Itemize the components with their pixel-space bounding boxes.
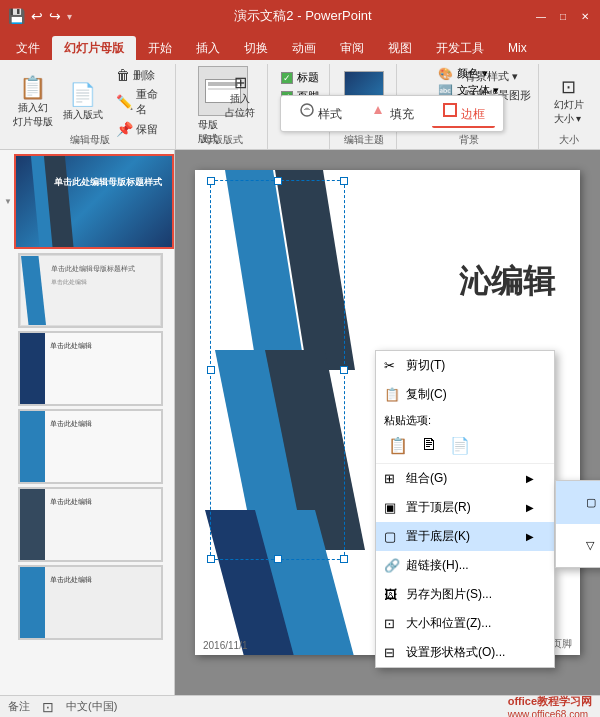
notes-button[interactable]: 备注 [8,699,30,714]
tab-file[interactable]: 文件 [4,36,52,60]
menu-send-back-label: 置于底层(K) [406,528,470,545]
save-icon[interactable]: 💾 [8,8,25,24]
main-area: ▼ 单击此处编辑母版标题样式 单击此处编辑母版标题样式 单击此处编辑 [0,150,600,695]
slide-size-button[interactable]: ⊡ 幻灯片大小 ▾ [550,73,588,129]
slide-thumb-1[interactable]: 单击此处编辑母版标题样式 [14,154,174,249]
thumb3-shape [20,333,45,404]
ribbon-group-edit-master: 📋 插入幻灯片母版 📄 插入版式 🗑 删除 ✏️ 重命名 📌 保留 [4,64,176,149]
redo-icon[interactable]: ↪ [49,8,61,24]
bring-front-icon: ▣ [384,500,400,516]
cut-icon: ✂ [384,358,400,374]
size-content: ⊡ 幻灯片大小 ▾ [550,66,588,135]
menu-send-back[interactable]: ▢ 置于底层(K) ▶ [376,522,554,551]
handle-tl[interactable] [207,177,215,185]
handle-tr[interactable] [340,177,348,185]
edit-theme-label: 编辑主题 [344,133,384,147]
handle-bm[interactable] [274,555,282,563]
minimize-button[interactable]: — [534,9,548,23]
slide-thumb-4[interactable]: 单击此处编辑 [18,409,163,484]
paste-btn-1[interactable]: 📋 [384,431,412,459]
paste-btn-3[interactable]: 📄 [446,431,474,459]
maximize-button[interactable]: □ [556,9,570,23]
title-checkbox[interactable]: ✓ 标题 [281,70,319,85]
title-bar-left: 💾 ↩ ↪ ▾ [8,8,72,24]
title-bar: 💾 ↩ ↪ ▾ 演示文稿2 - PowerPoint — □ ✕ [0,0,600,32]
ribbon-group-master-layout: 母版版式 ⊞ 插入占位符 母版版式 [178,64,268,149]
menu-format-shape-label: 设置形状格式(O)... [406,644,505,661]
status-bar: 备注 ⊡ 中文(中国) office教程学习网 www.office68.com [0,695,600,717]
insert-placeholder-button[interactable]: ⊞ 插入占位符 [221,70,259,123]
sub-menu-send-back-one[interactable]: ▽ 下移一层(B) [556,524,600,567]
delete-button[interactable]: 🗑 删除 [113,66,169,84]
editing-area: 沁编辑 2016/11/1 页脚 ✂ 剪切(T) [175,150,600,695]
edit-master-buttons: 📋 插入幻灯片母版 📄 插入版式 🗑 删除 ✏️ 重命名 📌 保留 [10,66,169,138]
handle-br[interactable] [340,555,348,563]
tab-transition[interactable]: 切换 [232,36,280,60]
insert-slide-master-button[interactable]: 📋 插入幻灯片母版 [10,72,56,132]
view-toggle[interactable]: ⊡ [42,699,54,715]
tab-review[interactable]: 审阅 [328,36,376,60]
slide-thumb-3[interactable]: 单击此处编辑 [18,331,163,406]
undo-icon[interactable]: ↩ [31,8,43,24]
sub-slides-group: 单击此处编辑母版标题样式 单击此处编辑 单击此处编辑 单击此处编辑 [18,253,170,643]
status-left: 备注 ⊡ 中文(中国) [8,699,117,715]
menu-format-shape[interactable]: ⊟ 设置形状格式(O)... [376,638,554,667]
slide-size-icon: ⊡ [561,76,576,98]
sub-menu-send-back-all[interactable]: ▢ 置于底层(K) [556,481,600,524]
thumb3-text: 单击此处编辑 [50,341,157,351]
paste-btn-2[interactable]: 🖹 [415,431,443,459]
slide-thumb-content-6: 单击此处编辑 [20,567,161,638]
slide-panel[interactable]: ▼ 单击此处编辑母版标题样式 单击此处编辑母版标题样式 单击此处编辑 [0,150,175,695]
menu-cut-label: 剪切(T) [406,357,445,374]
preserve-button[interactable]: 📌 保留 [113,120,169,138]
tab-mix[interactable]: Mix [496,36,539,60]
menu-bring-front[interactable]: ▣ 置于顶层(R) ▶ [376,493,554,522]
handle-ml[interactable] [207,366,215,374]
expand-icon-1[interactable]: ▼ [4,154,12,249]
slide-thumb-content-3: 单击此处编辑 [20,333,161,404]
size-position-icon: ⊡ [384,616,400,632]
menu-hyperlink[interactable]: 🔗 超链接(H)... [376,551,554,580]
tab-view[interactable]: 视图 [376,36,424,60]
menu-cut[interactable]: ✂ 剪切(T) [376,351,554,380]
insert-ph-icon: ⊞ [234,73,247,92]
close-button[interactable]: ✕ [578,9,592,23]
paste-label: 粘贴选项: [384,413,546,428]
menu-group[interactable]: ⊞ 组合(G) ▶ [376,464,554,493]
tab-animation[interactable]: 动画 [280,36,328,60]
border-icon [442,102,458,118]
tab-insert[interactable]: 插入 [184,36,232,60]
handle-mr[interactable] [340,366,348,374]
bg-style-button[interactable]: 背景样式 ▾ [462,68,534,85]
fill-format-button[interactable]: 填充 [360,99,423,128]
slide-thumb-5[interactable]: 单击此处编辑 [18,487,163,562]
fill-icon [370,102,386,118]
menu-size-position[interactable]: ⊡ 大小和位置(Z)... [376,609,554,638]
window-title: 演示文稿2 - PowerPoint [72,7,534,25]
rename-button[interactable]: ✏️ 重命名 [113,86,169,118]
tab-developer[interactable]: 开发工具 [424,36,496,60]
style-format-button[interactable]: 样式 [289,99,352,128]
format-toolbar: 样式 填充 边框 [280,95,504,132]
website-url: www.office68.com [508,709,592,718]
tab-slide-master[interactable]: 幻灯片母版 [52,36,136,60]
slide-thumb-6[interactable]: 单击此处编辑 [18,565,163,640]
svg-rect-1 [444,104,456,116]
title-check-box[interactable]: ✓ [281,72,293,84]
rename-icon: ✏️ [116,94,133,110]
tab-home[interactable]: 开始 [136,36,184,60]
handle-bl[interactable] [207,555,215,563]
insert-ph-label: 插入占位符 [225,92,255,120]
slide-thumb-2[interactable]: 单击此处编辑母版标题样式 单击此处编辑 [18,253,163,328]
border-format-button[interactable]: 边框 [432,99,495,128]
menu-copy[interactable]: 📋 复制(C) [376,380,554,409]
thumb4-text: 单击此处编辑 [50,419,157,429]
selection-box [210,180,345,560]
background-label: 背景 [459,133,479,147]
format-shape-icon: ⊟ [384,645,400,661]
menu-copy-label: 复制(C) [406,386,447,403]
insert-layout-button[interactable]: 📄 插入版式 [60,79,106,125]
handle-tm[interactable] [274,177,282,185]
status-website: office教程学习网 www.office68.com [508,694,592,718]
menu-save-picture[interactable]: 🖼 另存为图片(S)... [376,580,554,609]
